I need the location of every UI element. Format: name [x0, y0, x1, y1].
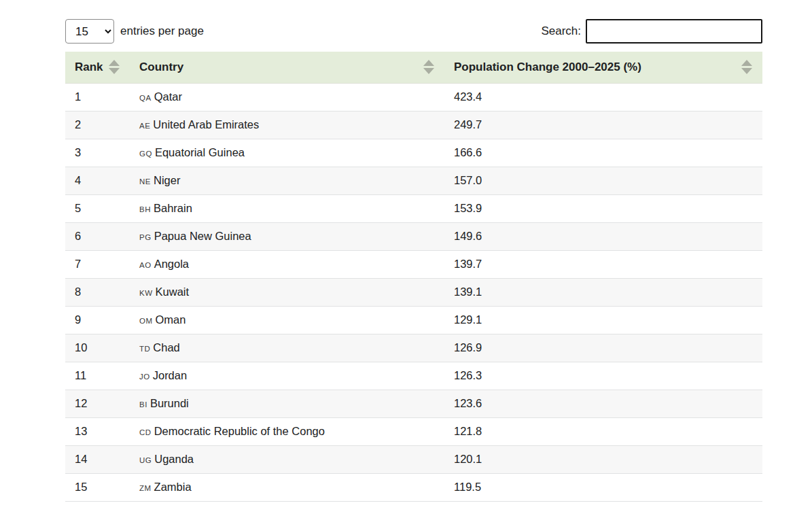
rank-cell: 6: [65, 222, 130, 250]
value-cell: 153.9: [444, 194, 762, 222]
value-cell: 121.8: [444, 417, 762, 445]
column-header-rank[interactable]: Rank: [65, 52, 130, 83]
rank-cell: 5: [65, 194, 130, 222]
rank-cell: 15: [65, 473, 130, 501]
entries-per-page-group: 15 entries per page: [65, 19, 204, 44]
country-name: Burundi: [150, 397, 189, 409]
value-cell: 139.7: [444, 250, 762, 278]
table-body: 1 QAQatar 423.4 2 AEUnited Arab Emirates…: [65, 83, 762, 501]
table-row: 9 OMOman 129.1: [65, 306, 762, 334]
country-cell: JOJordan: [130, 362, 444, 390]
country-name: Equatorial Guinea: [155, 146, 245, 158]
rank-cell: 11: [65, 362, 130, 390]
country-name: Kuwait: [156, 286, 190, 298]
country-code: NE: [139, 177, 151, 186]
country-code: CD: [139, 428, 152, 436]
value-cell: 166.6: [444, 139, 762, 167]
country-cell: UGUganda: [130, 445, 444, 473]
rank-cell: 4: [65, 167, 130, 194]
country-code: ZM: [139, 484, 152, 492]
country-population-table: Rank Country Population Change 2000–2025…: [65, 52, 762, 502]
country-name: Zambia: [154, 481, 192, 493]
rank-cell: 9: [65, 306, 130, 334]
country-code: BH: [139, 205, 151, 213]
country-cell: ZMZambia: [130, 473, 444, 501]
country-code: KW: [139, 289, 153, 297]
search-group: Search:: [541, 19, 762, 44]
country-name: Chad: [153, 341, 179, 354]
table-row: 13 CDDemocratic Republic of the Congo 12…: [65, 417, 762, 445]
table-row: 8 KWKuwait 139.1: [65, 278, 762, 306]
table-row: 14 UGUganda 120.1: [65, 445, 762, 473]
sort-icon[interactable]: [741, 60, 752, 74]
rank-cell: 1: [65, 83, 130, 111]
value-cell: 139.1: [444, 278, 762, 306]
table-row: 10 TDChad 126.9: [65, 334, 762, 362]
country-cell: NENiger: [130, 167, 444, 194]
country-code: PG: [139, 233, 152, 241]
table-row: 15 ZMZambia 119.5: [65, 473, 762, 501]
country-name: Uganda: [154, 453, 194, 465]
entries-per-page-label: entries per page: [120, 24, 204, 38]
column-header-country-label: Country: [139, 61, 183, 74]
table-row: 1 QAQatar 423.4: [65, 83, 762, 111]
country-cell: QAQatar: [130, 83, 444, 111]
country-cell: TDChad: [130, 334, 444, 362]
value-cell: 120.1: [444, 445, 762, 473]
country-code: BI: [139, 400, 147, 409]
country-cell: BIBurundi: [130, 390, 444, 417]
country-code: GQ: [139, 150, 152, 158]
page-container: 15 entries per page Search: Rank Count: [65, 0, 762, 502]
rank-cell: 13: [65, 417, 130, 445]
country-name: Niger: [154, 174, 180, 186]
country-cell: KWKuwait: [130, 278, 444, 306]
country-cell: OMOman: [130, 306, 444, 334]
country-name: Bahrain: [154, 202, 192, 214]
country-code: TD: [139, 345, 150, 353]
table-header: Rank Country Population Change 2000–2025…: [65, 52, 762, 83]
sort-up-icon: [423, 60, 434, 66]
country-name: Qatar: [154, 90, 182, 103]
table-row: 12 BIBurundi 123.6: [65, 390, 762, 417]
rank-cell: 10: [65, 334, 130, 362]
value-cell: 149.6: [444, 222, 762, 250]
column-header-population-change-label: Population Change 2000–2025 (%): [454, 61, 641, 74]
column-header-population-change[interactable]: Population Change 2000–2025 (%): [444, 52, 762, 83]
country-code: UG: [139, 456, 152, 464]
value-cell: 119.5: [444, 473, 762, 501]
column-header-rank-label: Rank: [75, 61, 103, 74]
table-row: 6 PGPapua New Guinea 149.6: [65, 222, 762, 250]
value-cell: 126.9: [444, 334, 762, 362]
table-controls-bar: 15 entries per page Search:: [65, 19, 762, 44]
value-cell: 129.1: [444, 306, 762, 334]
country-code: AE: [139, 122, 150, 130]
table-row: 3 GQEquatorial Guinea 166.6: [65, 139, 762, 167]
country-cell: BHBahrain: [130, 194, 444, 222]
country-name: Oman: [156, 313, 186, 326]
rank-cell: 14: [65, 445, 130, 473]
table-row: 2 AEUnited Arab Emirates 249.7: [65, 111, 762, 139]
country-code: QA: [139, 94, 152, 102]
country-code: OM: [139, 317, 153, 325]
sort-icon[interactable]: [423, 60, 434, 74]
search-label: Search:: [541, 24, 581, 38]
rank-cell: 3: [65, 139, 130, 167]
rank-cell: 8: [65, 278, 130, 306]
rank-cell: 12: [65, 390, 130, 417]
table-row: 5 BHBahrain 153.9: [65, 194, 762, 222]
sort-up-icon: [109, 60, 120, 66]
country-cell: GQEquatorial Guinea: [130, 139, 444, 167]
rank-cell: 2: [65, 111, 130, 139]
search-input[interactable]: [586, 19, 762, 44]
column-header-country[interactable]: Country: [130, 52, 444, 83]
table-row: 11 JOJordan 126.3: [65, 362, 762, 390]
sort-down-icon: [741, 68, 752, 74]
sort-down-icon: [109, 68, 120, 74]
country-name: United Arab Emirates: [153, 118, 259, 131]
country-code: AO: [139, 261, 152, 269]
country-code: JO: [139, 373, 150, 381]
country-name: Angola: [154, 258, 189, 270]
sort-icon[interactable]: [109, 60, 120, 74]
entries-per-page-select[interactable]: 15: [65, 19, 114, 44]
country-cell: AOAngola: [130, 250, 444, 278]
